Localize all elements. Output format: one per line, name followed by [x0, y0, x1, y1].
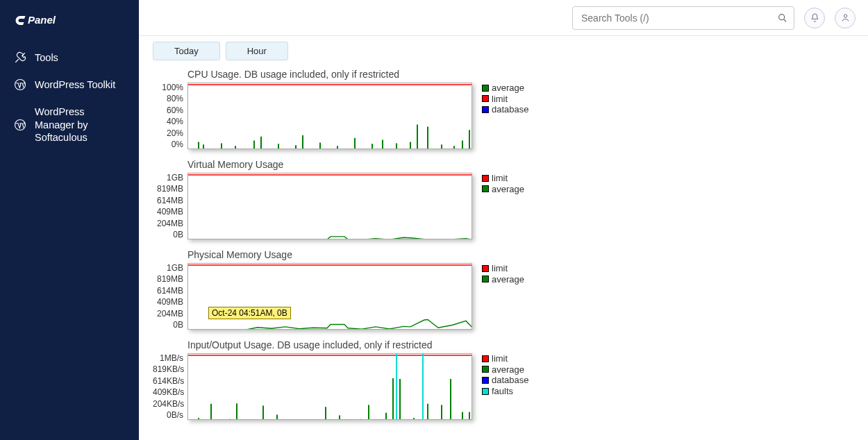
notifications-button[interactable]	[804, 8, 825, 28]
plot[interactable]	[187, 83, 472, 149]
legend-item-average: average	[482, 274, 524, 285]
y-tick: 1MB/s	[153, 353, 183, 363]
chart-title: Physical Memory Usage	[187, 249, 854, 260]
user-icon	[840, 12, 851, 23]
time-btn-hour[interactable]: Hour	[226, 42, 288, 60]
search-icon[interactable]	[775, 10, 790, 26]
legend-label: faults	[492, 386, 513, 397]
legend-item-limit: limit	[482, 94, 529, 105]
legend-label: average	[492, 184, 524, 195]
legend: limitaverage	[482, 263, 524, 285]
sidebar: Panel Tools WordPress Toolkit WordPress …	[0, 0, 139, 440]
legend-swatch	[482, 366, 489, 373]
legend-item-database: database	[482, 375, 529, 386]
legend-swatch	[482, 175, 489, 182]
chart-tooltip: Oct-24 04:51AM, 0B	[208, 307, 291, 319]
plot-wrap: Oct-24 04:51AM, 0B	[187, 263, 472, 330]
chart-title: Input/Output Usage. DB usage included, o…	[187, 339, 854, 350]
legend-swatch	[482, 95, 489, 102]
wordpress-icon	[14, 78, 26, 91]
y-tick: 1GB	[153, 263, 183, 273]
chart-title: Virtual Memory Usage	[187, 159, 854, 170]
y-tick: 1GB	[153, 173, 183, 183]
sidebar-item-wordpress-toolkit[interactable]: WordPress Toolkit	[0, 71, 139, 99]
content: Today Hour CPU Usage. DB usage included,…	[139, 36, 868, 440]
chart-io: Input/Output Usage. DB usage included, o…	[153, 339, 854, 420]
legend-item-average: average	[482, 83, 529, 94]
legend-label: average	[492, 274, 524, 285]
legend-swatch	[482, 276, 489, 282]
legend: limitaverage	[482, 173, 524, 194]
y-axis: 100%80%60%40%20%0%	[153, 83, 187, 149]
account-button[interactable]	[835, 8, 856, 28]
plot-wrap	[187, 83, 472, 149]
y-tick: 0B	[153, 320, 183, 330]
y-tick: 0%	[153, 139, 183, 149]
y-axis: 1MB/s819KB/s614KB/s409KB/s204KB/s0B/s	[153, 353, 187, 420]
y-tick: 100%	[153, 83, 183, 92]
plot[interactable]	[187, 173, 472, 239]
plot-wrap	[187, 173, 472, 239]
legend-item-limit: limit	[482, 263, 524, 274]
svg-point-2	[15, 119, 26, 130]
sidebar-item-label: WordPress Manager by Softaculous	[35, 105, 125, 145]
legend-item-limit: limit	[482, 173, 524, 184]
cpanel-logo: Panel	[0, 12, 139, 44]
y-tick: 614MB	[153, 286, 183, 296]
svg-point-1	[15, 80, 26, 90]
chart-cpu: CPU Usage. DB usage included, only if re…	[153, 69, 854, 149]
cpanel-logo-icon: Panel	[14, 12, 83, 28]
legend-label: limit	[492, 173, 508, 184]
plot-wrap	[187, 353, 472, 420]
svg-line-4	[784, 19, 786, 22]
legend-item-limit: limit	[482, 353, 529, 364]
plot[interactable]	[187, 263, 472, 330]
plot[interactable]	[187, 353, 472, 420]
y-tick: 614KB/s	[153, 376, 183, 386]
y-tick: 20%	[153, 128, 183, 138]
legend: limitaveragedatabasefaults	[482, 353, 529, 396]
time-btn-today[interactable]: Today	[153, 42, 220, 60]
legend-swatch	[482, 85, 489, 92]
chart-row: 1GB819MB614MB409MB204MB0Blimitaverage	[153, 173, 854, 239]
sidebar-item-label: Tools	[35, 51, 58, 65]
y-tick: 204MB	[153, 219, 183, 228]
legend-swatch	[482, 265, 489, 272]
y-tick: 204KB/s	[153, 399, 183, 409]
y-axis: 1GB819MB614MB409MB204MB0B	[153, 173, 187, 239]
legend-label: database	[492, 375, 529, 386]
legend-item-faults: faults	[482, 386, 529, 397]
legend-label: database	[492, 104, 529, 115]
y-axis: 1GB819MB614MB409MB204MB0B	[153, 263, 187, 330]
svg-point-5	[844, 15, 846, 17]
legend-label: limit	[492, 94, 508, 105]
legend-item-average: average	[482, 184, 524, 195]
topbar	[139, 0, 868, 36]
search-wrap	[572, 6, 794, 30]
legend: averagelimitdatabase	[482, 83, 529, 115]
y-tick: 614MB	[153, 196, 183, 205]
sidebar-item-wordpress-manager[interactable]: WordPress Manager by Softaculous	[0, 99, 139, 152]
y-tick: 409KB/s	[153, 387, 183, 397]
search-input[interactable]	[572, 6, 794, 30]
chart-title: CPU Usage. DB usage included, only if re…	[187, 69, 854, 80]
wordpress-icon	[14, 119, 26, 131]
chart-row: 1GB819MB614MB409MB204MB0BOct-24 04:51AM,…	[153, 263, 854, 330]
y-tick: 409MB	[153, 207, 183, 217]
svg-point-3	[779, 14, 785, 19]
legend-label: limit	[492, 263, 508, 274]
legend-label: limit	[492, 353, 508, 364]
legend-swatch	[482, 106, 489, 113]
legend-swatch	[482, 355, 489, 362]
chart-pmem: Physical Memory Usage1GB819MB614MB409MB2…	[153, 249, 854, 330]
legend-swatch	[482, 388, 489, 395]
y-tick: 60%	[153, 105, 183, 115]
main: Today Hour CPU Usage. DB usage included,…	[139, 0, 868, 440]
svg-text:Panel: Panel	[28, 14, 56, 26]
sidebar-item-tools[interactable]: Tools	[0, 44, 139, 71]
y-tick: 80%	[153, 94, 183, 103]
sidebar-item-label: WordPress Toolkit	[35, 78, 115, 92]
y-tick: 819MB	[153, 274, 183, 284]
y-tick: 409MB	[153, 297, 183, 307]
legend-swatch	[482, 377, 489, 384]
